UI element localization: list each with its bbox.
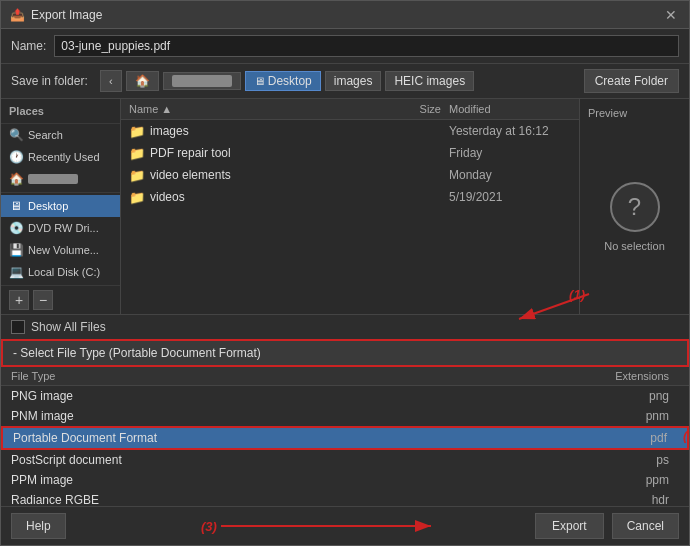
file-modified: 5/19/2021: [441, 190, 571, 204]
search-icon: 🔍: [9, 128, 23, 142]
places-item-search[interactable]: 🔍 Search: [1, 124, 120, 146]
desktop-icon: 🖥: [9, 199, 23, 213]
separator: [1, 192, 120, 193]
filetype-selector-label: - Select File Type (Portable Document Fo…: [13, 346, 677, 360]
preview-box: ? No selection: [588, 127, 681, 306]
places-label-search: Search: [28, 129, 63, 141]
filetype-ext: ps: [599, 453, 679, 467]
export-button[interactable]: Export: [535, 513, 604, 539]
places-label-local-disk: Local Disk (C:): [28, 266, 100, 278]
filetype-type: PostScript document: [11, 453, 599, 467]
places-label-volume: New Volume...: [28, 244, 99, 256]
places-item-desktop[interactable]: 🖥 Desktop: [1, 195, 120, 217]
file-name: video elements: [150, 168, 381, 182]
filetype-row-hdr[interactable]: Radiance RGBE hdr: [1, 490, 689, 506]
back-button[interactable]: ‹: [100, 70, 122, 92]
file-modified: Monday: [441, 168, 571, 182]
filetype-type: PNG image: [11, 389, 599, 403]
filetype-type: Portable Document Format: [13, 431, 597, 445]
add-place-button[interactable]: +: [9, 290, 29, 310]
create-folder-button[interactable]: Create Folder: [584, 69, 679, 93]
filetype-selector[interactable]: - Select File Type (Portable Document Fo…: [1, 339, 689, 367]
breadcrumb-heic[interactable]: HEIC images: [385, 71, 474, 91]
filetype-col-ext-header: Extensions: [599, 370, 679, 382]
window-title: Export Image: [31, 8, 661, 22]
folder-icon: 📁: [129, 167, 145, 183]
show-all-checkbox[interactable]: [11, 320, 25, 334]
filetype-ext: pnm: [599, 409, 679, 423]
places-item-recent[interactable]: 🕐 Recently Used: [1, 146, 120, 168]
buttons-row: Help (3) Export Cancel: [1, 506, 689, 545]
places-item-local-disk[interactable]: 💻 Local Disk (C:): [1, 261, 120, 283]
filetype-type: PNM image: [11, 409, 599, 423]
breadcrumb-home[interactable]: 🏠: [126, 71, 159, 91]
filetype-ext: pdf: [597, 431, 677, 445]
file-row-videos[interactable]: 📁 videos 5/19/2021: [121, 186, 579, 208]
annotation-3: (3): [201, 516, 441, 536]
files-panel: Name ▲ Size Modified 📁 images Yesterday …: [121, 99, 579, 314]
col-name-header[interactable]: Name ▲: [129, 103, 381, 115]
folder-icon: 📁: [129, 145, 145, 161]
filetype-row-pnm[interactable]: PNM image pnm: [1, 406, 689, 426]
places-item-dvd[interactable]: 💿 DVD RW Dri...: [1, 217, 120, 239]
filetype-row-png[interactable]: PNG image png: [1, 386, 689, 406]
filetype-table-header: File Type Extensions: [1, 367, 689, 386]
filetype-type: PPM image: [11, 473, 599, 487]
places-panel: Places 🔍 Search 🕐 Recently Used 🏠 🖥: [1, 99, 121, 314]
preview-panel: Preview ? No selection: [579, 99, 689, 314]
show-all-label[interactable]: Show All Files: [31, 320, 106, 334]
places-label-home: [28, 174, 78, 184]
remove-place-button[interactable]: −: [33, 290, 53, 310]
filetype-ext: hdr: [599, 493, 679, 506]
places-header: Places: [1, 99, 120, 124]
breadcrumb-images[interactable]: images: [325, 71, 382, 91]
file-modified: Friday: [441, 146, 571, 160]
cancel-button[interactable]: Cancel: [612, 513, 679, 539]
name-label: Name:: [11, 39, 46, 53]
window-icon: 📤: [9, 7, 25, 23]
col-size-header: Size: [381, 103, 441, 115]
filetype-row-pdf-container: Portable Document Format pdf (2): [1, 426, 689, 450]
home-icon: 🏠: [9, 172, 23, 186]
file-name: PDF repair tool: [150, 146, 381, 160]
filetype-row-ps[interactable]: PostScript document ps: [1, 450, 689, 470]
preview-header: Preview: [588, 107, 627, 119]
breadcrumb-desktop[interactable]: 🖥 Desktop: [245, 71, 321, 91]
preview-question-icon: ?: [610, 182, 660, 232]
export-image-dialog: 📤 Export Image ✕ Name: Save in folder: ‹…: [0, 0, 690, 546]
file-name: images: [150, 124, 381, 138]
places-label-desktop: Desktop: [28, 200, 68, 212]
places-label-recent: Recently Used: [28, 151, 100, 163]
dvd-icon: 💿: [9, 221, 23, 235]
filetype-ext: ppm: [599, 473, 679, 487]
breadcrumb-folder[interactable]: [163, 72, 241, 90]
filetype-col-type-header: File Type: [11, 370, 599, 382]
file-name: videos: [150, 190, 381, 204]
folder-icon: 📁: [129, 189, 145, 205]
col-modified-header: Modified: [441, 103, 571, 115]
file-row-images[interactable]: 📁 images Yesterday at 16:12: [121, 120, 579, 142]
file-row-video-elements[interactable]: 📁 video elements Monday: [121, 164, 579, 186]
name-row: Name:: [1, 29, 689, 64]
help-button[interactable]: Help: [11, 513, 66, 539]
files-header: Name ▲ Size Modified: [121, 99, 579, 120]
filename-input[interactable]: [54, 35, 679, 57]
savein-row: Save in folder: ‹ 🏠 🖥 Desktop images HEI…: [1, 64, 689, 99]
close-button[interactable]: ✕: [661, 5, 681, 25]
filetype-row-ppm[interactable]: PPM image ppm: [1, 470, 689, 490]
main-area: Places 🔍 Search 🕐 Recently Used 🏠 🖥: [1, 99, 689, 314]
filetype-type: Radiance RGBE: [11, 493, 599, 506]
filetype-ext: png: [599, 389, 679, 403]
places-item-volume[interactable]: 💾 New Volume...: [1, 239, 120, 261]
filetype-selector-container: - Select File Type (Portable Document Fo…: [1, 339, 689, 367]
places-actions: + −: [1, 285, 120, 314]
filetype-list: PNG image png PNM image pnm Portable Doc…: [1, 386, 689, 506]
file-row-pdf[interactable]: 📁 PDF repair tool Friday: [121, 142, 579, 164]
filetype-row-pdf[interactable]: Portable Document Format pdf: [1, 426, 689, 450]
arrow-3: [221, 516, 441, 536]
files-list: 📁 images Yesterday at 16:12 📁 PDF repair…: [121, 120, 579, 314]
volume-icon: 💾: [9, 243, 23, 257]
places-item-home[interactable]: 🏠: [1, 168, 120, 190]
no-selection-text: No selection: [604, 240, 665, 252]
places-label-dvd: DVD RW Dri...: [28, 222, 99, 234]
